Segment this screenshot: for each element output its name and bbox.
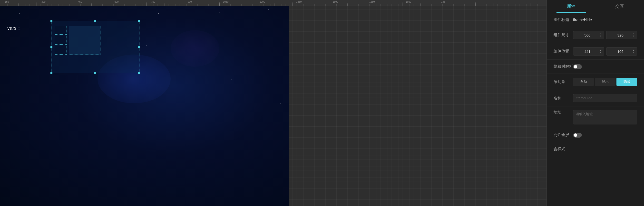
scrollbar-show-btn[interactable]: 显示 bbox=[595, 78, 616, 86]
small-box-3 bbox=[55, 46, 67, 54]
handle-ml[interactable] bbox=[50, 46, 52, 48]
handle-tl[interactable] bbox=[50, 20, 52, 22]
position-y-down[interactable]: ▼ bbox=[632, 52, 635, 54]
ruler-ticks: 150 300 450 600 750 900 1050 1200 1350 1… bbox=[0, 0, 546, 5]
size-width-down[interactable]: ▼ bbox=[600, 35, 602, 37]
size-width-spinners[interactable]: ▲ ▼ bbox=[600, 33, 602, 37]
position-x-up[interactable]: ▲ bbox=[600, 49, 602, 51]
component-size-label: 组件尺寸 bbox=[554, 33, 573, 38]
svg-text:150: 150 bbox=[5, 0, 9, 3]
fullscreen-label: 允许全屏 bbox=[554, 132, 573, 138]
toggle-knob bbox=[574, 65, 577, 68]
svg-text:1200: 1200 bbox=[260, 0, 265, 3]
row-content-mode: 含样式 bbox=[547, 142, 644, 156]
size-input-group: 560 ▲ ▼ 320 ▲ ▼ bbox=[573, 31, 637, 39]
ruler-bar: 150 300 450 600 750 900 1050 1200 1350 1… bbox=[0, 0, 546, 6]
position-input-group: 441 ▲ ▼ 106 ▲ ▼ bbox=[573, 47, 637, 55]
size-height-box[interactable]: 320 ▲ ▼ bbox=[606, 31, 638, 39]
fullscreen-toggle[interactable] bbox=[573, 133, 582, 138]
row-component-position: 组件位置 441 ▲ ▼ 106 ▲ ▼ bbox=[547, 43, 644, 60]
position-y-value: 106 bbox=[608, 49, 633, 54]
tab-properties-label: 属性 bbox=[567, 3, 576, 9]
row-hide-parse: 隐藏时解析 bbox=[547, 60, 644, 74]
svg-text:450: 450 bbox=[78, 0, 82, 3]
scrollbar-auto-btn[interactable]: 自动 bbox=[573, 78, 594, 86]
small-box-1 bbox=[55, 26, 67, 34]
row-address: 地址 bbox=[547, 106, 644, 128]
position-y-box[interactable]: 106 ▲ ▼ bbox=[606, 47, 638, 55]
row-fullscreen: 允许全屏 bbox=[547, 128, 644, 142]
svg-text:1050: 1050 bbox=[223, 0, 229, 3]
row-component-size: 组件尺寸 560 ▲ ▼ 320 ▲ ▼ bbox=[547, 27, 644, 43]
tab-interaction[interactable]: 交互 bbox=[596, 0, 644, 13]
position-x-down[interactable]: ▼ bbox=[600, 52, 602, 54]
svg-text:300: 300 bbox=[42, 0, 46, 3]
address-textarea[interactable] bbox=[573, 110, 637, 124]
iframe-widget[interactable] bbox=[51, 21, 140, 73]
position-x-spinners[interactable]: ▲ ▼ bbox=[600, 49, 602, 54]
scrollbar-hide-btn[interactable]: 隐藏 bbox=[616, 78, 637, 86]
handle-tc[interactable] bbox=[94, 20, 96, 22]
sub-boxes bbox=[55, 26, 100, 55]
svg-text:600: 600 bbox=[114, 0, 119, 3]
content-mode-label: 含样式 bbox=[554, 147, 573, 152]
svg-text:750: 750 bbox=[151, 0, 155, 3]
handle-tr[interactable] bbox=[138, 20, 140, 22]
size-height-value: 320 bbox=[608, 33, 633, 37]
component-title-label: 组件标题 bbox=[554, 17, 573, 22]
svg-text:1350: 1350 bbox=[296, 0, 302, 3]
size-height-spinners[interactable]: ▲ ▼ bbox=[632, 33, 635, 37]
scroll-btn-group: 自动 显示 隐藏 bbox=[573, 78, 637, 86]
fullscreen-toggle-knob bbox=[574, 133, 577, 137]
svg-text:1800: 1800 bbox=[406, 0, 412, 3]
tab-interaction-label: 交互 bbox=[615, 3, 624, 9]
svg-text:900: 900 bbox=[188, 0, 192, 3]
address-label: 地址 bbox=[554, 110, 573, 115]
svg-text:1500: 1500 bbox=[333, 0, 338, 3]
row-component-title: 组件标题 iframeHide bbox=[547, 13, 644, 27]
right-panel: 属性 交互 组件标题 iframeHide 组件尺寸 560 ▲ ▼ bbox=[546, 0, 644, 206]
hide-parse-toggle[interactable] bbox=[573, 64, 582, 69]
name-label: 名称 bbox=[554, 96, 573, 101]
row-name: 名称 bbox=[547, 90, 644, 106]
svg-text:195: 195 bbox=[441, 0, 445, 3]
handle-bc[interactable] bbox=[94, 72, 96, 74]
size-width-up[interactable]: ▲ bbox=[600, 33, 602, 35]
position-x-value: 441 bbox=[575, 49, 600, 54]
name-input[interactable] bbox=[573, 94, 637, 102]
component-position-label: 组件位置 bbox=[554, 49, 573, 54]
handle-mr[interactable] bbox=[138, 46, 140, 48]
small-box-2 bbox=[55, 36, 67, 44]
space-background bbox=[0, 6, 289, 206]
position-y-spinners[interactable]: ▲ ▼ bbox=[632, 49, 635, 54]
row-scrollbar: 滚动条 自动 显示 隐藏 bbox=[547, 74, 644, 90]
vars-label: vars： bbox=[7, 25, 22, 31]
size-height-down[interactable]: ▼ bbox=[632, 35, 635, 37]
hide-parse-label: 隐藏时解析 bbox=[554, 64, 573, 69]
svg-text:1650: 1650 bbox=[369, 0, 375, 3]
handle-bl[interactable] bbox=[50, 72, 52, 74]
size-width-box[interactable]: 560 ▲ ▼ bbox=[573, 31, 604, 39]
handle-br[interactable] bbox=[138, 72, 140, 74]
position-y-up[interactable]: ▲ bbox=[632, 49, 635, 51]
component-title-value: iframeHide bbox=[573, 18, 637, 22]
scrollbar-label: 滚动条 bbox=[554, 79, 573, 84]
design-area: 150 300 450 600 750 900 1050 1200 1350 1… bbox=[0, 0, 546, 206]
size-width-value: 560 bbox=[575, 33, 600, 37]
left-boxes bbox=[55, 26, 67, 55]
canvas-viewport: vars： bbox=[0, 6, 546, 206]
tab-properties[interactable]: 属性 bbox=[547, 0, 596, 13]
panel-tabs: 属性 交互 bbox=[547, 0, 644, 13]
position-x-box[interactable]: 441 ▲ ▼ bbox=[573, 47, 604, 55]
size-height-up[interactable]: ▲ bbox=[632, 33, 635, 35]
large-box bbox=[69, 26, 100, 55]
